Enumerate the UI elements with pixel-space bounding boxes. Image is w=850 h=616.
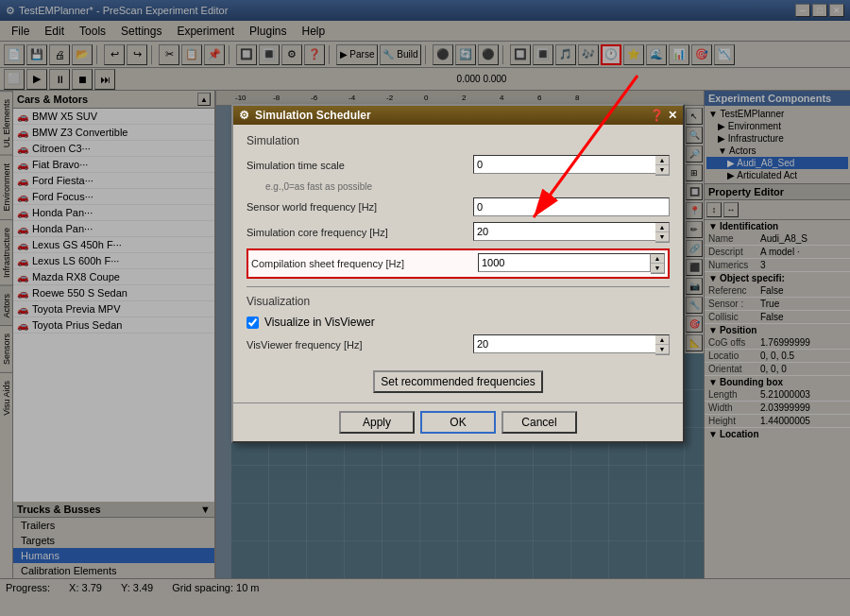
compilation-freq-down[interactable]: ▼ bbox=[651, 264, 664, 273]
modal-close-button[interactable]: ✕ bbox=[668, 109, 677, 122]
visviewer-freq-down[interactable]: ▼ bbox=[655, 345, 669, 354]
sim-core-freq-input[interactable] bbox=[473, 222, 655, 241]
sim-time-scale-input[interactable] bbox=[473, 155, 655, 174]
visualization-section-label: Visualization bbox=[246, 295, 670, 308]
sim-time-scale-label: Simulation time scale bbox=[246, 160, 473, 171]
visviewer-freq-spinner: ▲ ▼ bbox=[473, 334, 670, 355]
apply-button[interactable]: Apply bbox=[339, 411, 415, 434]
visviewer-freq-label: VisViewer frequency [Hz] bbox=[246, 339, 473, 351]
sim-time-hint: e.g.,0=as fast as possible bbox=[265, 181, 670, 192]
ok-button[interactable]: OK bbox=[420, 411, 496, 434]
visviewer-freq-input[interactable] bbox=[473, 334, 655, 353]
sim-time-scale-down[interactable]: ▼ bbox=[655, 165, 669, 175]
visviewer-freq-up[interactable]: ▲ bbox=[655, 335, 669, 345]
sensor-freq-input[interactable] bbox=[473, 197, 670, 216]
compilation-freq-up[interactable]: ▲ bbox=[651, 254, 664, 264]
sim-time-scale-spinner: ▲ ▼ bbox=[473, 155, 670, 176]
modal-titlebar: ⚙ Simulation Scheduler ❓ ✕ bbox=[233, 106, 683, 125]
modal-icon: ⚙ bbox=[239, 109, 249, 122]
sensor-freq-row: Sensor world frequency [Hz] bbox=[246, 197, 670, 216]
compilation-freq-label: Compilation sheet frequency [Hz] bbox=[251, 258, 478, 269]
compilation-freq-spinner: ▲ ▼ bbox=[478, 253, 665, 274]
modal-title: Simulation Scheduler bbox=[255, 109, 371, 122]
sim-core-freq-up[interactable]: ▲ bbox=[655, 223, 669, 232]
set-recommended-freq-button[interactable]: Set recommended frequencies bbox=[373, 370, 543, 393]
visualization-section: Visualization Visualize in VisViewer Vis… bbox=[246, 295, 670, 355]
sim-core-freq-label: Simulation core frequency [Hz] bbox=[246, 227, 473, 238]
modal-body: Simulation Simulation time scale ▲ ▼ e.g… bbox=[233, 125, 683, 402]
visviewer-freq-row: VisViewer frequency [Hz] ▲ ▼ bbox=[246, 334, 670, 355]
visualize-checkbox-row: Visualize in VisViewer bbox=[246, 316, 670, 329]
sim-time-scale-row: Simulation time scale ▲ ▼ bbox=[246, 155, 670, 176]
sensor-freq-label: Sensor world frequency [Hz] bbox=[246, 201, 473, 213]
visualize-checkbox[interactable] bbox=[246, 317, 259, 329]
modal-footer: Apply OK Cancel bbox=[233, 402, 683, 441]
visualize-label: Visualize in VisViewer bbox=[264, 316, 375, 329]
simulation-scheduler-dialog: ⚙ Simulation Scheduler ❓ ✕ Simulation Si… bbox=[231, 104, 685, 443]
compilation-freq-input[interactable] bbox=[478, 253, 651, 272]
compilation-freq-row: Compilation sheet frequency [Hz] ▲ ▼ bbox=[246, 248, 670, 279]
cancel-button[interactable]: Cancel bbox=[502, 411, 577, 434]
sim-core-freq-down[interactable]: ▼ bbox=[655, 232, 669, 242]
modal-overlay: ⚙ Simulation Scheduler ❓ ✕ Simulation Si… bbox=[0, 0, 850, 595]
modal-divider bbox=[246, 286, 670, 287]
simulation-section-label: Simulation bbox=[246, 134, 670, 147]
sim-core-freq-row: Simulation core frequency [Hz] ▲ ▼ bbox=[246, 222, 670, 243]
modal-help-icon[interactable]: ❓ bbox=[650, 109, 664, 122]
sim-core-freq-spinner: ▲ ▼ bbox=[473, 222, 670, 243]
sim-time-scale-up[interactable]: ▲ bbox=[655, 156, 669, 165]
